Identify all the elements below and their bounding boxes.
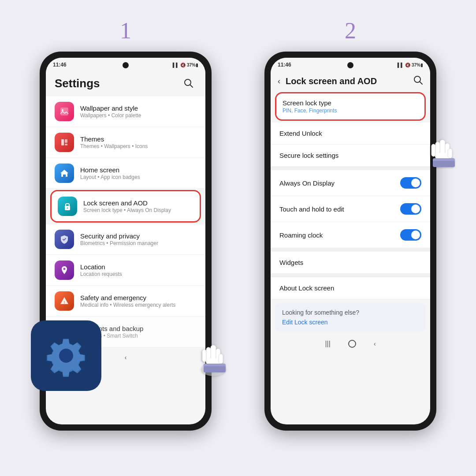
lock-item-aod[interactable]: Always On Display xyxy=(271,170,430,196)
svg-rect-28 xyxy=(433,161,455,167)
settings-search-button[interactable] xyxy=(181,75,197,91)
settings-item-home[interactable]: Home screen Layout • App icon badges xyxy=(46,158,205,188)
camera-notch-1 xyxy=(123,62,129,68)
svg-point-9 xyxy=(67,208,68,209)
about-lock-name: About Lock screen xyxy=(279,284,334,292)
lock-item-secure-lock[interactable]: Secure lock settings xyxy=(271,145,430,167)
settings-item-safety[interactable]: ! Safety and emergency Medical info • Wi… xyxy=(46,286,205,316)
touch-hold-name: Touch and hold to edit xyxy=(279,205,344,213)
location-icon xyxy=(55,260,74,280)
battery-icon-2: 37%▮ xyxy=(412,63,423,67)
lockscreen-desc: Screen lock type • Always On Display xyxy=(83,207,193,213)
hand-cursor-2 xyxy=(423,131,458,177)
themes-icon-svg xyxy=(60,138,69,147)
svg-rect-5 xyxy=(61,139,64,145)
step-2: 2 11:46 ▌▌ 🔇 37%▮ ‹ Lock screen and AOD xyxy=(251,18,450,431)
lock-screen-title: Lock screen and AOD xyxy=(286,76,410,86)
settings-item-location[interactable]: Location Location requests xyxy=(46,255,205,285)
hand-svg-2 xyxy=(423,131,458,171)
touch-hold-toggle[interactable] xyxy=(400,203,421,215)
screen-lock-desc: PIN, Face, Fingerprints xyxy=(283,108,337,114)
signal-icon-2: ▌▌ xyxy=(398,63,404,67)
step-2-number: 2 xyxy=(345,18,356,44)
svg-line-21 xyxy=(420,82,422,84)
screen-lock-name: Screen lock type xyxy=(283,99,337,107)
hand-cursor-1 xyxy=(194,336,229,382)
wifi-icon-2: 🔇 xyxy=(405,63,410,67)
roaming-clock-text: Roaming clock xyxy=(279,231,323,239)
nav-circle-btn[interactable] xyxy=(348,340,356,348)
step-1: 1 11:46 ▌▌ 🔇 37%▮ xyxy=(26,18,225,431)
settings-item-wallpaper[interactable]: Wallpaper and style Wallpapers • Color p… xyxy=(46,97,205,126)
separator-1 xyxy=(271,167,430,170)
safety-desc: Medical info • Wireless emergency alerts xyxy=(80,302,197,308)
settings-list: Wallpaper and style Wallpapers • Color p… xyxy=(46,95,205,350)
wallpaper-name: Wallpaper and style xyxy=(80,104,197,112)
status-time-1: 11:46 xyxy=(53,62,67,68)
aod-name: Always On Display xyxy=(279,179,335,187)
settings-item-themes[interactable]: Themes Themes • Wallpapers • Icons xyxy=(46,127,205,157)
lock-item-extend-unlock[interactable]: Extend Unlock xyxy=(271,123,430,145)
camera-notch-2 xyxy=(347,62,353,68)
widgets-name: Widgets xyxy=(279,259,303,266)
phone-2: 11:46 ▌▌ 🔇 37%▮ ‹ Lock screen and AOD xyxy=(264,52,436,431)
roaming-clock-name: Roaming clock xyxy=(279,231,323,239)
security-icon-svg xyxy=(60,234,69,244)
location-name: Location xyxy=(80,263,197,271)
lockscreen-icon xyxy=(58,197,77,216)
search-icon-1 xyxy=(184,78,193,88)
wallpaper-desc: Wallpapers • Color palette xyxy=(80,112,197,119)
roaming-clock-toggle[interactable] xyxy=(400,229,421,241)
navbar-2: ||| ‹ xyxy=(271,335,430,354)
signal-icon: ▌▌ xyxy=(173,63,179,67)
lock-search-button[interactable] xyxy=(413,75,423,87)
svg-text:!: ! xyxy=(64,300,65,305)
lockscreen-text: Lock screen and AOD Screen lock type • A… xyxy=(83,199,193,213)
about-lock-text: About Lock screen xyxy=(279,284,334,292)
settings-item-lockscreen[interactable]: Lock screen and AOD Screen lock type • A… xyxy=(50,190,201,223)
status-icons-1: ▌▌ 🔇 37%▮ xyxy=(173,63,198,67)
lock-footer-title: Looking for something else? xyxy=(282,309,419,316)
hand-svg-1 xyxy=(194,336,229,376)
lock-item-touch-hold[interactable]: Touch and hold to edit xyxy=(271,196,430,222)
extend-unlock-text: Extend Unlock xyxy=(279,130,322,137)
security-icon xyxy=(55,230,74,249)
wallpaper-text: Wallpaper and style Wallpapers • Color p… xyxy=(80,104,197,119)
step-1-number: 1 xyxy=(120,18,131,44)
nav-back-2[interactable]: ‹ xyxy=(374,340,376,347)
svg-rect-7 xyxy=(65,144,67,145)
svg-rect-19 xyxy=(204,366,226,372)
settings-title: Settings xyxy=(55,77,100,90)
lock-footer: Looking for something else? Edit Lock sc… xyxy=(275,303,426,332)
nav-lines-icon: ||| xyxy=(325,340,330,348)
lock-item-roaming-clock[interactable]: Roaming clock xyxy=(271,222,430,248)
lock-items-list: Screen lock type PIN, Face, Fingerprints… xyxy=(271,90,430,335)
battery-icon: 37%▮ xyxy=(187,63,198,67)
safety-name: Safety and emergency xyxy=(80,294,197,301)
wallpaper-icon xyxy=(55,102,74,121)
lock-item-screen-lock-type[interactable]: Screen lock type PIN, Face, Fingerprints xyxy=(275,92,426,121)
themes-desc: Themes • Wallpapers • Icons xyxy=(80,143,197,149)
nav-back-1[interactable]: ‹ xyxy=(125,354,127,361)
home-icon xyxy=(55,164,74,183)
security-name: Security and privacy xyxy=(80,232,197,240)
lockscreen-icon-svg xyxy=(63,201,72,211)
lock-item-about[interactable]: About Lock screen xyxy=(271,277,430,299)
svg-rect-6 xyxy=(65,139,67,143)
lock-item-widgets[interactable]: Widgets xyxy=(271,252,430,274)
location-icon-svg xyxy=(60,265,69,275)
secure-lock-text: Secure lock settings xyxy=(279,152,338,159)
svg-line-2 xyxy=(190,85,193,87)
edit-lock-screen-link[interactable]: Edit Lock screen xyxy=(282,319,419,326)
aod-toggle[interactable] xyxy=(400,177,421,189)
main-container: 1 11:46 ▌▌ 🔇 37%▮ xyxy=(0,0,476,476)
svg-rect-16 xyxy=(202,350,206,362)
security-text: Security and privacy Biometrics • Permis… xyxy=(80,232,197,246)
separator-3 xyxy=(271,274,430,277)
svg-point-10 xyxy=(63,268,66,270)
home-name: Home screen xyxy=(80,166,197,174)
settings-header: Settings xyxy=(46,70,205,95)
lock-back-button[interactable]: ‹ xyxy=(278,77,280,86)
settings-item-security[interactable]: Security and privacy Biometrics • Permis… xyxy=(46,224,205,254)
gear-icon xyxy=(44,334,88,378)
